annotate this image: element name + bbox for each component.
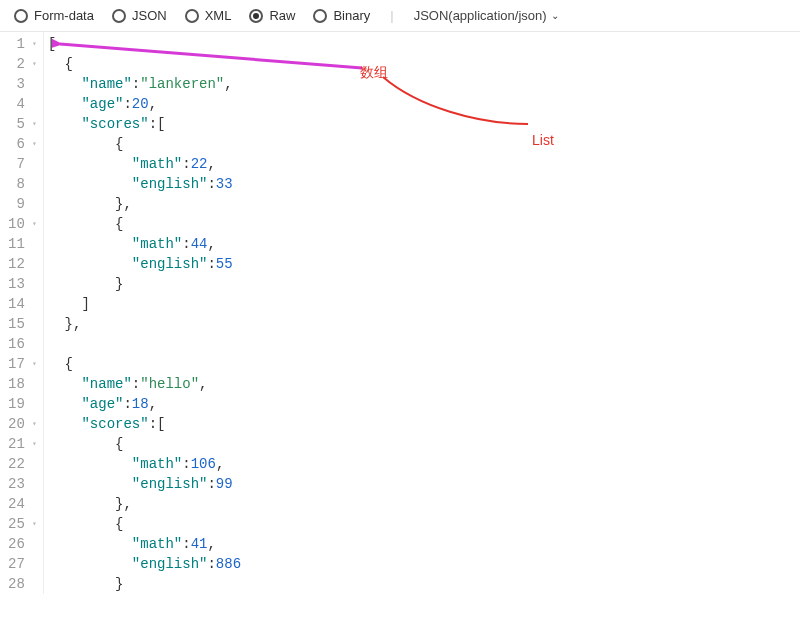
code-line[interactable]: "math":41, [48, 534, 241, 554]
radio-binary[interactable]: Binary [313, 8, 370, 23]
gutter-line: 4 [0, 94, 43, 114]
code-line[interactable]: ] [48, 294, 241, 314]
radio-raw[interactable]: Raw [249, 8, 295, 23]
code-line[interactable]: "math":106, [48, 454, 241, 474]
gutter-line: 10▾ [0, 214, 43, 234]
code-line[interactable]: { [48, 214, 241, 234]
gutter-line: 1▾ [0, 34, 43, 54]
code-line[interactable]: } [48, 274, 241, 294]
divider: | [390, 8, 393, 23]
code-line[interactable]: "age":20, [48, 94, 241, 114]
code-line[interactable]: "name":"lankeren", [48, 74, 241, 94]
code-line[interactable]: }, [48, 494, 241, 514]
code-editor[interactable]: 1▾2▾345▾6▾78910▾11121314151617▾181920▾21… [0, 32, 800, 594]
line-gutter: 1▾2▾345▾6▾78910▾11121314151617▾181920▾21… [0, 32, 44, 594]
gutter-line: 19 [0, 394, 43, 414]
code-line[interactable]: "math":22, [48, 154, 241, 174]
radio-form-data[interactable]: Form-data [14, 8, 94, 23]
gutter-line: 11 [0, 234, 43, 254]
code-line[interactable]: "age":18, [48, 394, 241, 414]
gutter-line: 8 [0, 174, 43, 194]
code-line[interactable]: "english":886 [48, 554, 241, 574]
gutter-line: 14 [0, 294, 43, 314]
body-type-toolbar: Form-data JSON XML Raw Binary | JSON(app… [0, 0, 800, 32]
gutter-line: 6▾ [0, 134, 43, 154]
radio-label: XML [205, 8, 232, 23]
code-line[interactable] [48, 334, 241, 354]
radio-label: Form-data [34, 8, 94, 23]
code-line[interactable]: "english":55 [48, 254, 241, 274]
gutter-line: 7 [0, 154, 43, 174]
gutter-line: 9 [0, 194, 43, 214]
code-line[interactable]: "scores":[ [48, 114, 241, 134]
code-line[interactable]: "math":44, [48, 234, 241, 254]
code-line[interactable]: { [48, 514, 241, 534]
gutter-line: 18 [0, 374, 43, 394]
gutter-line: 20▾ [0, 414, 43, 434]
code-line[interactable]: { [48, 354, 241, 374]
gutter-line: 24 [0, 494, 43, 514]
gutter-line: 13 [0, 274, 43, 294]
gutter-line: 28 [0, 574, 43, 594]
code-line[interactable]: } [48, 574, 241, 594]
content-type-dropdown[interactable]: JSON(application/json) ⌄ [414, 8, 559, 23]
code-line[interactable]: "name":"hello", [48, 374, 241, 394]
gutter-line: 15 [0, 314, 43, 334]
code-line[interactable]: }, [48, 194, 241, 214]
code-line[interactable]: { [48, 54, 241, 74]
code-line[interactable]: [ [48, 34, 241, 54]
radio-icon [112, 9, 126, 23]
gutter-line: 27 [0, 554, 43, 574]
gutter-line: 21▾ [0, 434, 43, 454]
radio-json[interactable]: JSON [112, 8, 167, 23]
code-content[interactable]: [ { "name":"lankeren", "age":20, "scores… [44, 32, 241, 594]
gutter-line: 12 [0, 254, 43, 274]
chevron-down-icon: ⌄ [551, 10, 559, 21]
gutter-line: 3 [0, 74, 43, 94]
gutter-line: 22 [0, 454, 43, 474]
gutter-line: 16 [0, 334, 43, 354]
radio-label: Binary [333, 8, 370, 23]
content-type-label: JSON(application/json) [414, 8, 547, 23]
code-line[interactable]: }, [48, 314, 241, 334]
gutter-line: 26 [0, 534, 43, 554]
gutter-line: 17▾ [0, 354, 43, 374]
radio-label: JSON [132, 8, 167, 23]
code-line[interactable]: { [48, 134, 241, 154]
code-line[interactable]: "english":99 [48, 474, 241, 494]
gutter-line: 25▾ [0, 514, 43, 534]
code-line[interactable]: "english":33 [48, 174, 241, 194]
radio-icon [14, 9, 28, 23]
gutter-line: 23 [0, 474, 43, 494]
gutter-line: 2▾ [0, 54, 43, 74]
radio-icon [249, 9, 263, 23]
radio-icon [313, 9, 327, 23]
gutter-line: 5▾ [0, 114, 43, 134]
code-line[interactable]: "scores":[ [48, 414, 241, 434]
radio-xml[interactable]: XML [185, 8, 232, 23]
code-line[interactable]: { [48, 434, 241, 454]
radio-icon [185, 9, 199, 23]
radio-label: Raw [269, 8, 295, 23]
